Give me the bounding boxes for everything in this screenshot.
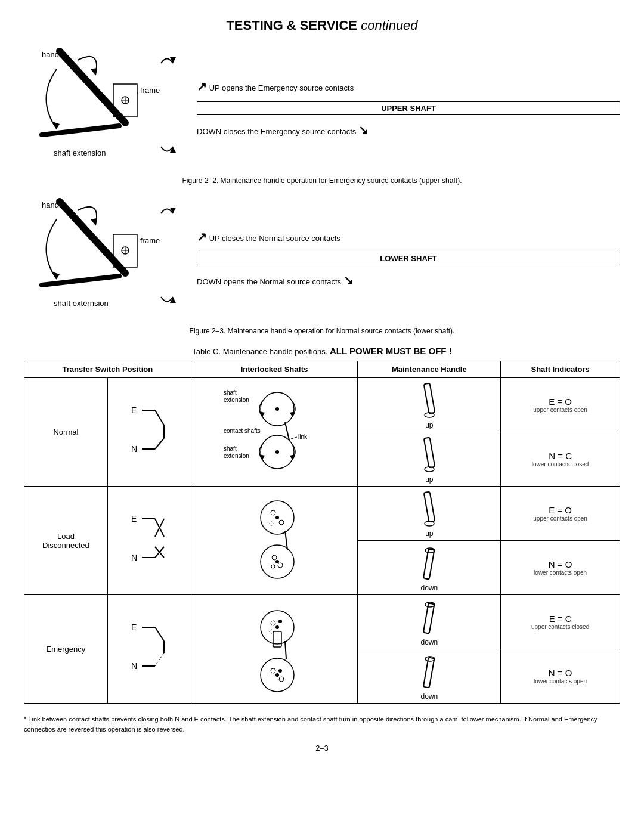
page-number: 2–3 — [24, 744, 620, 753]
handle-load-disc-1: up — [358, 487, 501, 541]
figure2-up-text: ↗ UP opens the Emergency source contacts — [197, 78, 620, 95]
indicator-emergency-2: N = O lower contacts open — [501, 649, 620, 704]
handle-emergency-1-label: down — [360, 638, 498, 646]
indicator-load-disc-2: N = O lower contacts open — [501, 541, 620, 595]
svg-rect-54 — [424, 438, 435, 468]
figure3-caption: Figure 2–3. Maintenance handle operation… — [24, 327, 620, 335]
handle-normal-1-label: up — [360, 421, 498, 429]
svg-line-81 — [155, 627, 164, 641]
svg-point-96 — [278, 669, 282, 673]
switch-load-disc-svg: E N — [125, 504, 173, 575]
main-table: Transfer Switch Position Interlocked Sha… — [24, 361, 620, 704]
handle-up-svg-1 — [414, 380, 444, 419]
svg-point-72 — [275, 560, 279, 563]
handle-up-svg-2 — [414, 435, 444, 473]
svg-rect-100 — [423, 657, 435, 688]
svg-text:link: link — [298, 433, 308, 440]
table-header-row: Transfer Switch Position Interlocked Sha… — [24, 361, 620, 378]
svg-rect-98 — [423, 603, 435, 633]
svg-line-9 — [42, 126, 119, 135]
page-title: TESTING & SERVICE continued — [24, 18, 620, 33]
svg-text:handle: handle — [42, 50, 65, 59]
svg-point-90 — [278, 620, 282, 623]
figure2-drawing: handle frame shaft extension — [24, 45, 179, 171]
handle-load-disc-1-label: up — [360, 529, 498, 538]
svg-text:E: E — [131, 405, 137, 415]
figure3-svg: handle frame shaft externsion — [24, 196, 179, 321]
svg-point-68 — [270, 522, 273, 525]
interlocked-normal-svg: shaft extension contact shafts link — [221, 386, 328, 476]
svg-text:shaft: shaft — [224, 445, 237, 452]
figure3-labels: ↗ UP closes the Normal source contacts L… — [197, 228, 620, 289]
col-shaft-header: Shaft Indicators — [501, 361, 620, 378]
svg-point-89 — [270, 630, 273, 633]
svg-rect-77 — [423, 549, 435, 579]
position-load-disconnected: LoadDisconnected — [24, 487, 108, 595]
figure2-svg: handle frame shaft extension — [24, 45, 179, 171]
col-interlocked-header: Interlocked Shafts — [191, 361, 358, 378]
figure2-caption: Figure 2–2. Maintenance handle operation… — [24, 176, 620, 185]
figure2-labels: ↗ UP opens the Emergency source contacts… — [197, 78, 620, 138]
svg-point-93 — [275, 673, 279, 677]
switch-normal: E N — [107, 378, 191, 487]
svg-text:N: N — [131, 444, 137, 454]
handle-down-svg-1 — [414, 543, 444, 582]
svg-line-85 — [155, 653, 164, 666]
svg-line-97 — [285, 641, 286, 659]
svg-rect-91 — [273, 631, 281, 647]
handle-emergency-1: down — [358, 595, 501, 649]
svg-text:N: N — [131, 553, 137, 562]
svg-point-39 — [275, 407, 279, 411]
svg-line-44 — [291, 437, 297, 439]
handle-up-svg-3 — [414, 489, 444, 528]
svg-line-22 — [42, 276, 119, 285]
col-position-header: Transfer Switch Position — [24, 361, 191, 378]
svg-text:E: E — [131, 623, 137, 632]
indicator-emergency-1: E = C upper contacts closed — [501, 595, 620, 649]
svg-point-65 — [271, 510, 275, 515]
svg-text:N: N — [131, 661, 137, 671]
handle-emergency-2: down — [358, 649, 501, 704]
svg-text:frame: frame — [140, 86, 160, 95]
interlocked-normal: shaft extension contact shafts link — [191, 378, 358, 487]
svg-point-48 — [275, 450, 279, 454]
figure3-drawing: handle frame shaft externsion — [24, 196, 179, 321]
handle-emergency-2-label: down — [360, 692, 498, 701]
position-emergency: Emergency — [24, 595, 108, 704]
svg-point-95 — [279, 677, 284, 682]
svg-line-0 — [60, 51, 125, 123]
svg-text:E: E — [131, 514, 137, 524]
svg-point-73 — [271, 565, 275, 568]
handle-normal-2-label: up — [360, 475, 498, 484]
switch-emergency: E N — [107, 595, 191, 704]
interlocked-load-disc-svg — [221, 495, 328, 584]
svg-text:frame: frame — [140, 236, 160, 245]
switch-load-disc: E N — [107, 487, 191, 595]
svg-point-94 — [271, 668, 275, 673]
svg-point-87 — [275, 625, 279, 629]
switch-emergency-svg: E N — [125, 612, 173, 684]
svg-point-67 — [275, 516, 279, 519]
figure3-shaft-label: LOWER SHAFT — [197, 252, 620, 265]
svg-line-30 — [155, 410, 164, 425]
handle-down-svg-2 — [414, 597, 444, 636]
svg-text:shaft extension: shaft extension — [54, 148, 106, 157]
col-maintenance-header: Maintenance Handle — [358, 361, 501, 378]
handle-normal-2: up — [358, 432, 501, 487]
figure3-up-text: ↗ UP closes the Normal source contacts — [197, 228, 620, 245]
svg-point-70 — [272, 555, 277, 560]
footnote: * Link between contact shafts prevents c… — [24, 714, 620, 734]
handle-load-disc-2-label: down — [360, 584, 498, 592]
svg-marker-13 — [52, 122, 60, 129]
table-row-normal: Normal E N — [24, 378, 620, 432]
svg-point-88 — [271, 621, 275, 625]
svg-rect-52 — [424, 383, 435, 414]
switch-normal-svg: E N — [125, 395, 173, 467]
svg-text:extension: extension — [224, 397, 249, 403]
figure3-down-text: DOWN opens the Normal source contacts ↘ — [197, 272, 620, 289]
interlocked-load-disc — [191, 487, 358, 595]
svg-marker-26 — [52, 272, 60, 279]
table-row-emergency: Emergency E N — [24, 595, 620, 649]
indicator-load-disc-1: E = O upper contacts open — [501, 487, 620, 541]
figure2-down-text: DOWN closes the Emergency source contact… — [197, 122, 620, 138]
